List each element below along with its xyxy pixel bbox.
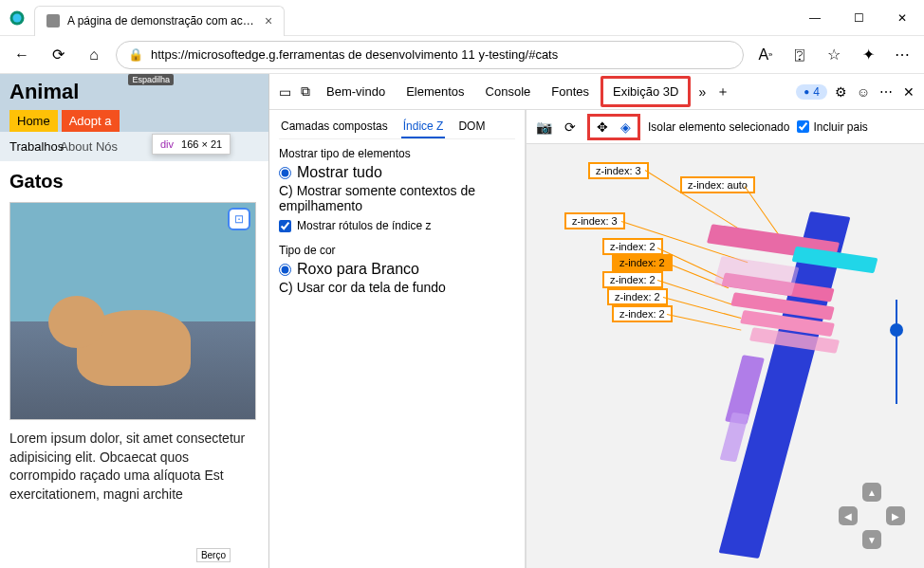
zlabel-7[interactable]: z-index: 2 [612,305,673,322]
section-title: Gatos [0,161,268,202]
reset-view-icon[interactable]: ⟳ [561,118,580,137]
nav-refresh-button[interactable]: ⟳ [44,41,72,69]
tab-fontes[interactable]: Fontes [542,79,599,104]
tab-title: A página de demonstração com acessibilid… [67,14,257,27]
devtools-close-icon[interactable]: ✕ [899,82,918,101]
more-tabs-icon[interactable]: » [693,82,711,101]
device-toggle-icon[interactable]: ⧉ [296,82,315,101]
devtools: ▭ ⧉ Bem-vindo Elementos Console Fontes E… [268,74,924,568]
nav-home-button[interactable]: ⌂ [80,41,108,69]
3d-toolbar: 📷 ⟳ ✥ ◈ Isolar elemento selecionado Incl… [527,110,924,144]
nav-adopt[interactable]: Adopt a [62,110,120,132]
inspect-size: 166 × 21 [181,138,222,150]
zlabel-4[interactable]: z-index: 2 [612,254,673,271]
opt-purple-white[interactable]: Roxo para Branco [279,261,515,278]
edge-logo-icon [0,9,34,27]
zlabel-2[interactable]: z-index: 3 [564,212,625,229]
layers-tool-icon[interactable]: ◈ [616,118,635,137]
zlabel-5[interactable]: z-index: 2 [602,271,663,288]
settings-icon[interactable]: ⚙ [831,82,850,101]
translate-button[interactable]: ⍰ [785,41,814,69]
issues-badge[interactable]: 4 [796,84,827,100]
zoom-slider-thumb[interactable] [890,323,903,337]
group-element-type: Mostrar tipo de elementos [279,147,515,160]
copilot-button[interactable]: ✦ [854,41,882,69]
highlighted-tools: ✥ ◈ [587,114,640,140]
nav-home[interactable]: Home [9,110,58,132]
tab-bemvindo[interactable]: Bem-vindo [317,79,395,104]
devtools-tabs: ▭ ⧉ Bem-vindo Elementos Console Fontes E… [269,74,924,110]
group-color-type: Tipo de cor [279,244,515,257]
page-content: Animal Espadilha Home Adopt a div 166 × … [0,74,268,568]
tab-close-icon[interactable]: × [265,13,272,28]
nav-about-nos[interactable]: About Nós [52,136,125,157]
screenshot-icon[interactable]: 📷 [534,118,553,137]
favorite-button[interactable]: ☆ [820,41,848,69]
subtab-dom[interactable]: DOM [456,116,487,138]
devtools-menu-icon[interactable]: ⋯ [877,82,896,101]
zlabel-3[interactable]: z-index: 2 [602,238,663,255]
url-text: https://microsoftedge.g.ferramentas de d… [151,47,558,62]
dpad-left[interactable]: ◀ [839,506,858,525]
menu-button[interactable]: ⋯ [888,41,916,69]
tab-3dview[interactable]: Exibição 3D [601,76,691,107]
tab-elementos[interactable]: Elementos [397,79,473,104]
inspect-dimension-tooltip: div 166 × 21 [152,134,231,155]
browser-tab[interactable]: A página de demonstração com acessibilid… [34,6,285,36]
cat-image: ⊡ [9,202,256,420]
opt-bg-color[interactable]: C) Usar cor da tela de fundo [279,280,515,295]
chk-show-labels[interactable]: Mostrar rótulos de índice z [279,219,515,232]
window-close-button[interactable]: ✕ [880,0,924,36]
zlabel-1[interactable]: z-index: auto [680,176,755,193]
subtab-indicez[interactable]: Índice Z [401,116,446,138]
window-minimize-button[interactable]: — [793,0,837,36]
opt-show-all[interactable]: Mostrar tudo [279,164,515,181]
visual-search-icon[interactable]: ⊡ [228,208,250,230]
pan-tool-icon[interactable]: ✥ [593,118,612,137]
window-maximize-button[interactable]: ☐ [837,0,880,36]
zoom-slider-track[interactable] [896,300,897,404]
window-titlebar: A página de demonstração com acessibilid… [0,0,924,36]
isolate-label[interactable]: Isolar elemento selecionado [648,120,789,134]
reader-button[interactable]: A» [751,41,780,69]
svg-point-1 [13,13,22,22]
nav-back-button[interactable]: ← [8,41,36,69]
float-label: Berço [196,548,231,562]
dpad-right[interactable]: ▶ [886,506,905,525]
3d-view-canvas[interactable]: 📷 ⟳ ✥ ◈ Isolar elemento selecionado Incl… [526,110,924,568]
tab-favicon-icon [46,14,60,27]
dpad-up[interactable]: ▲ [862,483,881,502]
lock-icon: 🔒 [128,47,143,62]
opt-show-stacking[interactable]: C) Mostrar somente contextos de empilham… [279,183,515,213]
address-bar: ← ⟳ ⌂ 🔒 https://microsoftedge.g.ferramen… [0,36,924,74]
zindex-options-panel: Camadas compostas Índice Z DOM Mostrar t… [269,110,526,568]
add-tab-icon[interactable]: ＋ [713,82,732,101]
tab-console[interactable]: Console [476,79,541,104]
dpad-down[interactable]: ▼ [862,530,881,549]
inspect-mini-tooltip: Espadilha [128,74,174,85]
lorem-text: Lorem ipsum dolor, sit amet consectetur … [0,420,268,513]
inspect-tag: div [160,138,174,150]
url-field[interactable]: 🔒 https://microsoftedge.g.ferramentas de… [116,41,744,69]
zlabel-6[interactable]: z-index: 2 [607,288,668,305]
feedback-icon[interactable]: ☺ [854,82,873,101]
zlabel-0[interactable]: z-index: 3 [588,162,649,179]
include-parents-checkbox[interactable]: Incluir pais [797,120,867,134]
subtab-camadas[interactable]: Camadas compostas [279,116,390,138]
inspect-element-icon[interactable]: ▭ [275,82,294,101]
rotation-dpad: ▲ ▼ ◀ ▶ [839,483,905,549]
